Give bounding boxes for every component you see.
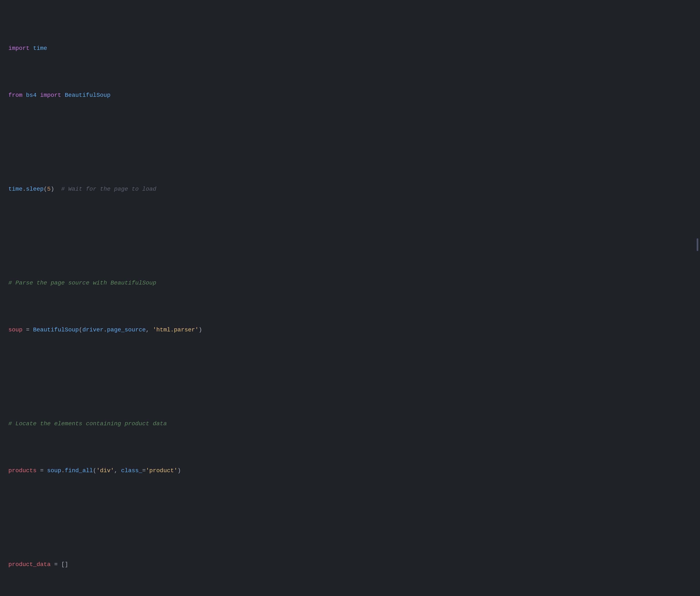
var-product-data: product_data	[8, 561, 51, 568]
comment-locate: # Locate the elements containing product…	[8, 420, 167, 427]
fn-beautifulsoup: BeautifulSoup	[33, 327, 79, 333]
var-soup2: soup	[47, 467, 61, 474]
code-line-7: soup = BeautifulSoup(driver.page_source,…	[8, 325, 692, 335]
code-line-1: import time	[8, 44, 692, 53]
keyword-from: from	[8, 92, 22, 99]
code-line-9: # Locate the elements containing product…	[8, 419, 692, 429]
code-line-blank-3	[8, 372, 692, 382]
var-products: products	[8, 467, 36, 474]
code-line-6: # Parse the page source with BeautifulSo…	[8, 278, 692, 288]
code-line-blank-2	[8, 232, 692, 241]
scrollbar[interactable]	[697, 238, 698, 251]
number-5: 5	[47, 186, 51, 192]
param-class: class_	[121, 467, 142, 474]
fn-sleep: sleep	[26, 186, 44, 192]
var-driver: driver	[82, 327, 103, 333]
var-soup: soup	[8, 327, 22, 333]
code-line-4: time.sleep(5) # Wait for the page to loa…	[8, 185, 692, 194]
class-beautifulsoup: BeautifulSoup	[65, 92, 110, 99]
code-line-blank-1	[8, 138, 692, 147]
code-line-10: products = soup.find_all('div', class_='…	[8, 466, 692, 475]
attr-page-source: page_source	[107, 327, 146, 333]
string-product: 'product'	[146, 467, 177, 474]
module-bs4: bs4	[26, 92, 36, 99]
keyword-import: import	[8, 45, 29, 52]
code-line-blank-4	[8, 513, 692, 522]
keyword-import2: import	[40, 92, 61, 99]
fn-find-all: find_all	[65, 467, 93, 474]
string-html-parser: 'html.parser'	[153, 327, 198, 333]
comment-parse: # Parse the page source with BeautifulSo…	[8, 280, 156, 286]
code-line-2: from bs4 import BeautifulSoup	[8, 91, 692, 100]
code-editor: import time from bs4 import BeautifulSou…	[8, 6, 692, 596]
code-line-12: product_data = []	[8, 560, 692, 569]
string-div: 'div'	[96, 467, 114, 474]
comment-wait: # Wait for the page to load	[61, 186, 156, 192]
var-time: time	[8, 186, 22, 192]
module-time: time	[33, 45, 47, 52]
